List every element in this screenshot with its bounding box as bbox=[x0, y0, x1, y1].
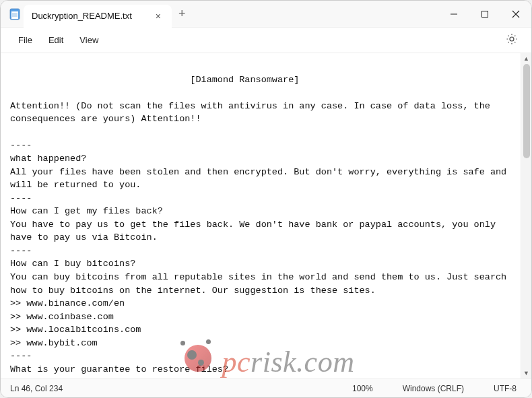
menu-view[interactable]: View bbox=[71, 31, 106, 49]
document-line: >> www.bybit.com bbox=[10, 338, 98, 348]
scroll-thumb[interactable] bbox=[523, 64, 530, 158]
settings-button[interactable] bbox=[502, 29, 522, 51]
vertical-scrollbar[interactable]: ▲ ▼ bbox=[521, 53, 531, 378]
document-line: ---- bbox=[10, 193, 32, 203]
document-line: >> www.binance.com/en bbox=[10, 298, 125, 308]
document-line: You can buy bitcoins from all reputable … bbox=[10, 272, 512, 296]
close-button[interactable] bbox=[500, 1, 531, 28]
status-line-ending[interactable]: Windows (CRLF) bbox=[388, 384, 479, 393]
document-line: What is your guarantee to restore files? bbox=[10, 364, 228, 374]
document-header: [Diamond Ransomware] bbox=[10, 75, 299, 85]
document-line: what happened? bbox=[10, 154, 86, 164]
text-editor[interactable]: [Diamond Ransomware] Attention!! (Do not… bbox=[1, 53, 521, 378]
new-tab-button[interactable]: + bbox=[172, 7, 193, 21]
window-controls bbox=[438, 1, 531, 28]
document-line: ---- bbox=[10, 140, 32, 150]
svg-rect-6 bbox=[482, 11, 488, 17]
content-area: [Diamond Ransomware] Attention!! (Do not… bbox=[1, 53, 531, 378]
document-line: >> www.coinbase.com bbox=[10, 312, 114, 322]
minimize-button[interactable] bbox=[438, 1, 469, 28]
document-line: ---- bbox=[10, 351, 32, 361]
maximize-button[interactable] bbox=[469, 1, 500, 28]
status-bar: Ln 46, Col 234 100% Windows (CRLF) UTF-8 bbox=[1, 378, 531, 397]
notepad-icon bbox=[9, 8, 21, 20]
status-encoding[interactable]: UTF-8 bbox=[479, 384, 531, 393]
tab-active[interactable]: Duckryption_README.txt × bbox=[24, 5, 172, 28]
title-bar: Duckryption_README.txt × + bbox=[1, 1, 531, 28]
tab-close-button[interactable]: × bbox=[153, 11, 164, 22]
menu-bar: File Edit View bbox=[1, 28, 531, 53]
document-line: All your files have been stolen and then… bbox=[10, 167, 512, 191]
document-line: How can I get my files back? bbox=[10, 206, 163, 216]
gear-icon bbox=[506, 37, 518, 47]
tab-title: Duckryption_README.txt bbox=[32, 11, 132, 21]
status-zoom[interactable]: 100% bbox=[337, 384, 388, 393]
document-line: ---- bbox=[10, 246, 32, 256]
scroll-track[interactable] bbox=[521, 64, 531, 368]
scroll-up-arrow-icon[interactable]: ▲ bbox=[521, 53, 531, 64]
document-line: Attention!! (Do not scan the files with … bbox=[10, 101, 496, 125]
scroll-down-arrow-icon[interactable]: ▼ bbox=[521, 368, 531, 378]
notepad-window: Duckryption_README.txt × + File Edit Vie… bbox=[0, 0, 532, 398]
menu-edit[interactable]: Edit bbox=[40, 31, 71, 49]
document-line: Its just a business. We absolutely do no… bbox=[10, 378, 512, 379]
status-cursor-position: Ln 46, Col 234 bbox=[1, 384, 63, 393]
document-line: How can I buy bitcoins? bbox=[10, 259, 135, 269]
menu-file[interactable]: File bbox=[10, 31, 40, 49]
document-line: >> www.localbitcoins.com bbox=[10, 325, 141, 335]
document-line: You have to pay us to get the files back… bbox=[10, 220, 501, 243]
